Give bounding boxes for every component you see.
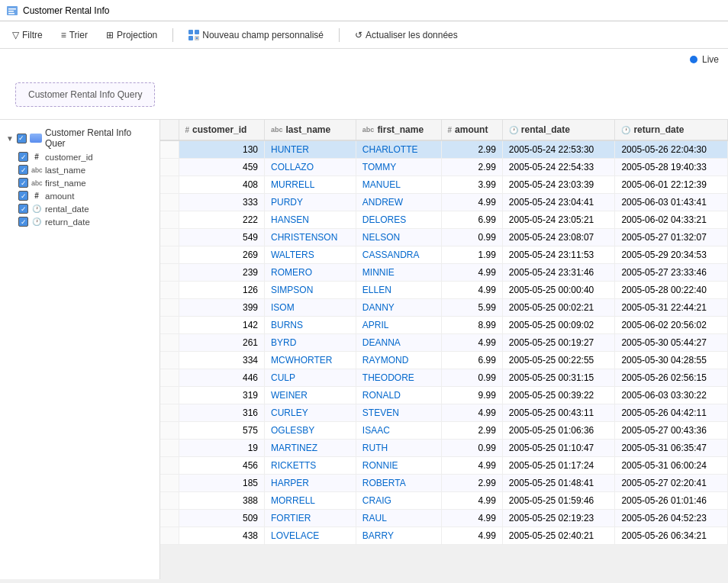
sidebar-item-rental_date[interactable]: 🕐 rental_date <box>3 202 156 215</box>
main-content: ▼ Customer Rental Info Quer # customer_i… <box>0 120 728 579</box>
cell-customer_id: 269 <box>179 246 264 264</box>
sidebar-item-amount[interactable]: # amount <box>3 189 156 202</box>
toolbar-separator-2 <box>339 28 340 42</box>
table-row[interactable]: 438LOVELACEBARRY4.992005-05-25 02:40:212… <box>160 527 728 545</box>
sidebar-item-first_name[interactable]: abc first_name <box>3 176 156 189</box>
cell-customer_id: 549 <box>179 229 264 246</box>
col-header-rental_date[interactable]: 🕐 rental_date <box>502 120 615 140</box>
row-num-cell <box>160 159 179 176</box>
abc-icon: abc <box>31 166 42 174</box>
table-row[interactable]: 126SIMPSONELLEN4.992005-05-25 00:00:4020… <box>160 282 728 299</box>
cell-rental_date: 2005-05-25 02:40:21 <box>502 527 615 545</box>
table-row[interactable]: 456RICKETTSRONNIE4.992005-05-25 01:17:24… <box>160 457 728 475</box>
table-row[interactable]: 408MURRELLMANUEL3.992005-05-24 23:03:392… <box>160 176 728 194</box>
col-header-return_date[interactable]: 🕐 return_date <box>615 120 728 140</box>
data-table: # customer_id abc last_name abc fi <box>160 120 728 545</box>
cell-amount: 8.99 <box>441 317 502 334</box>
col-header-customer_id[interactable]: # customer_id <box>179 120 264 140</box>
table-row[interactable]: 334MCWHORTERRAYMOND6.992005-05-25 00:22:… <box>160 352 728 369</box>
filter-icon: ▽ <box>12 30 19 40</box>
hash-icon-2: # <box>31 192 42 200</box>
cell-last_name: BURNS <box>264 317 356 334</box>
refresh-button[interactable]: ↺ Actualiser les données <box>352 28 461 42</box>
table-row[interactable]: 130HUNTERCHARLOTTE2.992005-05-24 22:53:3… <box>160 140 728 159</box>
cell-amount: 4.99 <box>441 492 502 510</box>
table-row[interactable]: 185HARPERROBERTA2.992005-05-25 01:48:412… <box>160 475 728 492</box>
col-header-amount[interactable]: # amount <box>441 120 502 140</box>
cell-last_name: RICKETTS <box>264 457 356 475</box>
cell-amount: 4.99 <box>441 510 502 527</box>
table-row[interactable]: 319WEINERRONALD9.992005-05-25 00:39:2220… <box>160 387 728 404</box>
cell-amount: 2.99 <box>441 140 502 159</box>
field-label-return_date: return_date <box>45 217 90 227</box>
sidebar-item-last_name[interactable]: abc last_name <box>3 163 156 176</box>
cell-return_date: 2005-05-28 19:40:33 <box>615 159 728 176</box>
table-row[interactable]: 575OGLESBYISAAC2.992005-05-25 01:06:3620… <box>160 422 728 440</box>
table-row[interactable]: 19MARTINEZRUTH0.992005-05-25 01:10:47200… <box>160 440 728 457</box>
cell-amount: 0.99 <box>441 369 502 387</box>
cb-customer_id[interactable] <box>18 152 28 162</box>
cell-customer_id: 388 <box>179 492 264 510</box>
table-row[interactable]: 549CHRISTENSONNELSON0.992005-05-24 23:08… <box>160 229 728 246</box>
table-header-row: # customer_id abc last_name abc fi <box>160 120 728 140</box>
row-num-cell <box>160 422 179 440</box>
app-icon <box>6 5 18 17</box>
cell-customer_id: 130 <box>179 140 264 159</box>
table-row[interactable]: 399ISOMDANNY5.992005-05-25 00:02:212005-… <box>160 299 728 317</box>
table-row[interactable]: 446CULPTHEODORE0.992005-05-25 00:31:1520… <box>160 369 728 387</box>
cell-return_date: 2005-06-03 01:43:41 <box>615 194 728 211</box>
cell-first_name: NELSON <box>356 229 441 246</box>
new-field-button[interactable]: Nouveau champ personnalisé <box>185 28 327 42</box>
table-body: 130HUNTERCHARLOTTE2.992005-05-24 22:53:3… <box>160 140 728 545</box>
cell-rental_date: 2005-05-25 00:02:21 <box>502 299 615 317</box>
cell-rental_date: 2005-05-25 01:10:47 <box>502 440 615 457</box>
root-checkbox[interactable] <box>17 134 27 143</box>
projection-button[interactable]: ⊞ Projection <box>103 28 160 42</box>
table-row[interactable]: 142BURNSAPRIL8.992005-05-25 00:09:022005… <box>160 317 728 334</box>
cell-amount: 4.99 <box>441 282 502 299</box>
cell-return_date: 2005-05-27 01:32:07 <box>615 229 728 246</box>
cell-rental_date: 2005-05-25 01:06:36 <box>502 422 615 440</box>
cell-amount: 4.99 <box>441 457 502 475</box>
cell-customer_id: 399 <box>179 299 264 317</box>
field-label-customer_id: customer_id <box>45 153 93 162</box>
cell-amount: 4.99 <box>441 527 502 545</box>
cell-return_date: 2005-05-26 04:42:11 <box>615 404 728 422</box>
cell-rental_date: 2005-05-25 00:39:22 <box>502 387 615 404</box>
row-num-cell <box>160 352 179 369</box>
cb-return_date[interactable] <box>18 217 28 227</box>
svg-rect-8 <box>196 37 198 39</box>
col-header-last_name[interactable]: abc last_name <box>264 120 356 140</box>
table-row[interactable]: 509FORTIERRAUL4.992005-05-25 02:19:23200… <box>160 510 728 527</box>
tree-root[interactable]: ▼ Customer Rental Info Quer <box>3 126 156 150</box>
table-row[interactable]: 261BYRDDEANNA4.992005-05-25 00:19:272005… <box>160 334 728 352</box>
col-label-return_date: return_date <box>633 124 684 135</box>
cb-last_name[interactable] <box>18 165 28 175</box>
query-box[interactable]: Customer Rental Info Query <box>15 82 155 107</box>
row-num-cell <box>160 264 179 282</box>
col-header-first_name[interactable]: abc first_name <box>356 120 441 140</box>
cell-first_name: THEODORE <box>356 369 441 387</box>
table-row[interactable]: 316CURLEYSTEVEN4.992005-05-25 00:43:1120… <box>160 404 728 422</box>
table-row[interactable]: 388MORRELLCRAIG4.992005-05-25 01:59:4620… <box>160 492 728 510</box>
table-row[interactable]: 459COLLAZOTOMMY2.992005-05-24 22:54:3320… <box>160 159 728 176</box>
expand-arrow: ▼ <box>6 134 14 143</box>
cell-return_date: 2005-05-30 05:44:27 <box>615 334 728 352</box>
cell-amount: 4.99 <box>441 334 502 352</box>
table-row[interactable]: 269WALTERSCASSANDRA1.992005-05-24 23:11:… <box>160 246 728 264</box>
sidebar-item-return_date[interactable]: 🕐 return_date <box>3 215 156 228</box>
cell-last_name: ROMERO <box>264 264 356 282</box>
sidebar: ▼ Customer Rental Info Quer # customer_i… <box>0 120 160 579</box>
table-row[interactable]: 222HANSENDELORES6.992005-05-24 23:05:212… <box>160 211 728 229</box>
cell-last_name: CULP <box>264 369 356 387</box>
cell-first_name: ROBERTA <box>356 475 441 492</box>
cb-amount[interactable] <box>18 191 28 201</box>
sidebar-item-customer_id[interactable]: # customer_id <box>3 150 156 163</box>
cb-first_name[interactable] <box>18 178 28 188</box>
sort-button[interactable]: ≡ Trier <box>58 28 91 42</box>
table-row[interactable]: 333PURDYANDREW4.992005-05-24 23:04:41200… <box>160 194 728 211</box>
filter-button[interactable]: ▽ Filtre <box>9 28 46 42</box>
cb-rental_date[interactable] <box>18 204 28 214</box>
cell-return_date: 2005-05-30 04:28:55 <box>615 352 728 369</box>
table-row[interactable]: 239ROMEROMINNIE4.992005-05-24 23:31:4620… <box>160 264 728 282</box>
